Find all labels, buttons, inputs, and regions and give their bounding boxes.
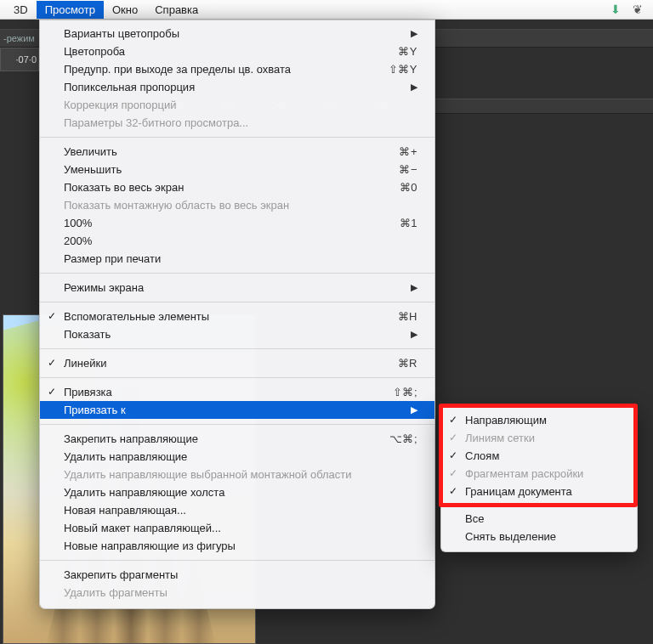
view-menu-item[interactable]: Увеличить⌘+ <box>40 143 434 161</box>
menubar-item-справка[interactable]: Справка <box>146 1 207 19</box>
view-menu-item-label: Попиксельная пропорция <box>64 81 411 93</box>
snap-to-item-label: Направляющим <box>465 414 547 427</box>
view-menu-item[interactable]: ✓Линейки⌘R <box>40 354 434 372</box>
view-menu-item-label: Удалить направляющие выбранной монтажной… <box>64 468 417 481</box>
view-menu-item-label: Увеличить <box>64 145 399 158</box>
view-menu-item[interactable]: ✓Привязка⇧⌘; <box>40 383 434 401</box>
submenu-arrow-icon: ▶ <box>411 82 417 93</box>
view-menu-item-label: Новый макет направляющей... <box>64 522 417 534</box>
menu-separator <box>40 424 434 425</box>
view-menu-item[interactable]: Закрепить направляющие⌥⌘; <box>40 430 434 448</box>
view-menu-item: Удалить направляющие выбранной монтажной… <box>40 466 434 483</box>
check-icon: ✓ <box>48 386 56 398</box>
snap-to-item-label: Слоям <box>465 449 499 462</box>
shortcut-label: ⌘1 <box>400 217 417 229</box>
view-menu-item[interactable]: Попиксельная пропорция▶ <box>40 78 434 96</box>
view-menu-item-label: Удалить направляющие холста <box>64 486 417 499</box>
view-menu-item[interactable]: Размер при печати <box>40 250 434 268</box>
view-menu-item: Показать монтажную область во весь экран <box>40 196 434 214</box>
view-menu-item[interactable]: 200% <box>40 232 434 250</box>
view-menu-item[interactable]: Варианты цветопробы▶ <box>40 25 434 42</box>
snap-to-item-label: Фрагментам раскройки <box>465 467 583 480</box>
view-menu: Варианты цветопробы▶Цветопроба⌘YПредупр.… <box>39 20 435 609</box>
menu-separator <box>40 560 434 561</box>
check-icon: ✓ <box>449 414 457 426</box>
check-icon: ✓ <box>48 357 56 369</box>
snap-to-item[interactable]: Снять выделение <box>441 528 637 545</box>
snap-to-item[interactable]: ✓Границам документа <box>441 483 637 500</box>
check-icon: ✓ <box>449 449 457 461</box>
menu-separator <box>40 302 434 302</box>
menu-separator <box>40 377 434 378</box>
menubar-item-3d[interactable]: 3D <box>5 1 37 19</box>
check-icon: ✓ <box>449 467 457 479</box>
document-tab[interactable]: ·07·0 <box>0 48 39 71</box>
view-menu-item[interactable]: Новые направляющие из фигуры <box>40 537 434 555</box>
view-menu-item[interactable]: Цветопроба⌘Y <box>40 42 434 60</box>
view-menu-item-label: Вспомогательные элементы <box>64 310 398 323</box>
view-menu-item-label: 200% <box>64 234 417 247</box>
view-menu-item[interactable]: Новый макет направляющей... <box>40 519 434 537</box>
view-menu-item-label: Размер при печати <box>64 252 417 265</box>
view-menu-item-label: Привязать к <box>64 404 411 416</box>
menubar-item-просмотр[interactable]: Просмотр <box>37 1 104 19</box>
view-menu-item-label: Удалить направляющие <box>64 450 417 463</box>
mode-label: -режим <box>3 33 35 43</box>
check-icon: ✓ <box>449 432 457 443</box>
view-menu-item[interactable]: Уменьшить⌘− <box>40 161 434 178</box>
check-icon: ✓ <box>48 310 56 322</box>
view-menu-item-label: Показать во весь экран <box>64 181 400 194</box>
view-menu-item[interactable]: Закрепить фрагменты <box>40 566 434 584</box>
snap-to-item-label: Границам документа <box>465 485 572 498</box>
view-menu-item: Параметры 32-битного просмотра... <box>40 114 434 132</box>
view-menu-item-label: Уменьшить <box>64 163 399 176</box>
shortcut-label: ⌘Y <box>398 45 417 58</box>
view-menu-item-label: Удалить фрагменты <box>64 586 417 599</box>
view-menu-item[interactable]: Предупр. при выходе за пределы цв. охват… <box>40 60 434 78</box>
snap-to-item[interactable]: Все <box>441 510 637 528</box>
menu-separator <box>441 505 637 506</box>
snap-to-item-label: Снять выделение <box>465 530 556 543</box>
view-menu-item[interactable]: Удалить направляющие холста <box>40 483 434 501</box>
snap-to-submenu: ✓Направляющим✓Линиям сетки✓Слоям✓Фрагмен… <box>440 406 638 552</box>
shortcut-label: ⌘H <box>398 310 417 323</box>
shortcut-label: ⌘R <box>398 357 417 370</box>
view-menu-item[interactable]: Режимы экрана▶ <box>40 279 434 297</box>
menu-separator <box>40 348 434 349</box>
submenu-arrow-icon: ▶ <box>411 329 417 340</box>
view-menu-item-label: Закрепить направляющие <box>64 432 389 445</box>
shortcut-label: ⇧⌘; <box>393 386 417 398</box>
view-menu-item-label: Режимы экрана <box>64 281 411 294</box>
view-menu-item: Удалить фрагменты <box>40 584 434 602</box>
view-menu-item-label: Закрепить фрагменты <box>64 568 417 581</box>
document-tab-label: ·07·0 <box>16 54 37 65</box>
menu-separator <box>40 273 434 274</box>
view-menu-item[interactable]: 100%⌘1 <box>40 214 434 232</box>
view-menu-item-label: Варианты цветопробы <box>64 27 411 40</box>
view-menu-item-label: Показать <box>64 328 411 341</box>
view-menu-item[interactable]: Показать во весь экран⌘0 <box>40 178 434 196</box>
snap-to-item[interactable]: ✓Направляющим <box>441 411 637 429</box>
shortcut-label: ⌘− <box>399 163 417 176</box>
view-menu-item-label: 100% <box>64 217 400 229</box>
snap-to-item: ✓Фрагментам раскройки <box>441 465 637 483</box>
view-menu-item[interactable]: ✓Вспомогательные элементы⌘H <box>40 308 434 325</box>
view-menu-item: Коррекция пропорций <box>40 96 434 114</box>
view-menu-item[interactable]: Удалить направляющие <box>40 448 434 466</box>
snap-to-item-label: Все <box>465 512 484 525</box>
shortcut-label: ⌥⌘; <box>389 432 417 445</box>
shortcut-label: ⌘0 <box>400 181 417 194</box>
view-menu-item-label: Линейки <box>64 357 398 370</box>
view-menu-item[interactable]: Новая направляющая... <box>40 501 434 519</box>
menubar: 3DПросмотрОкноСправка ⬇︎ ❦ <box>0 0 653 20</box>
submenu-arrow-icon: ▶ <box>411 282 417 293</box>
evernote-icon[interactable]: ❦ <box>633 3 643 16</box>
snap-to-item[interactable]: ✓Слоям <box>441 447 637 465</box>
view-menu-item-label: Предупр. при выходе за пределы цв. охват… <box>64 63 389 76</box>
view-menu-item[interactable]: Привязать к▶ <box>40 401 434 419</box>
view-menu-item[interactable]: Показать▶ <box>40 325 434 343</box>
download-icon[interactable]: ⬇︎ <box>610 3 621 16</box>
view-menu-item-label: Новая направляющая... <box>64 504 417 517</box>
shortcut-label: ⇧⌘Y <box>389 63 417 76</box>
menubar-item-окно[interactable]: Окно <box>104 1 146 19</box>
